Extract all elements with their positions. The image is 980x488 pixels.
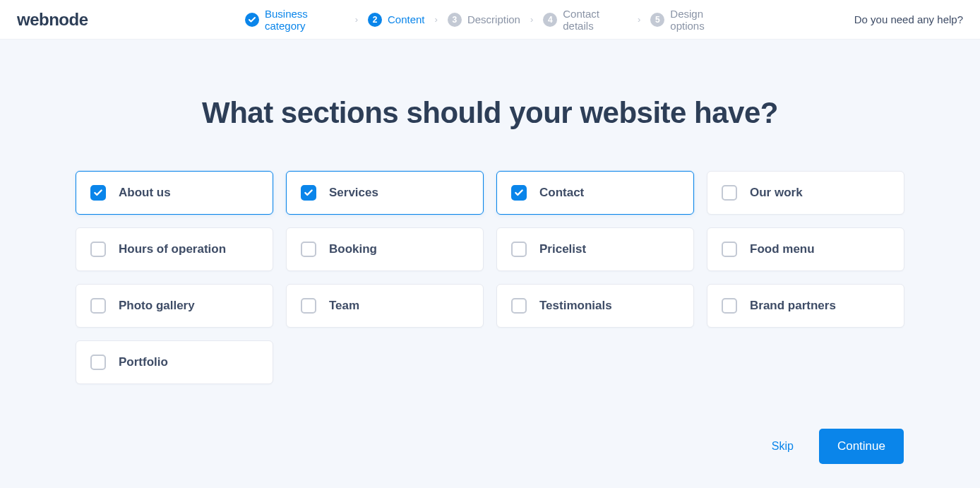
checkbox[interactable] (511, 298, 527, 314)
step-label: Business category (265, 8, 345, 32)
section-card-portfolio[interactable]: Portfolio (76, 340, 273, 384)
step-label: Description (467, 13, 520, 25)
section-card-food-menu[interactable]: Food menu (707, 227, 904, 271)
checkbox[interactable] (511, 185, 527, 201)
section-card-label: Portfolio (119, 355, 168, 369)
logo: webnode (17, 10, 88, 30)
checkbox[interactable] (301, 185, 316, 201)
section-card-team[interactable]: Team (286, 284, 484, 328)
wizard-step-2[interactable]: 2Content (368, 13, 425, 27)
wizard-step-3[interactable]: 3Description (448, 13, 520, 27)
section-card-label: Services (329, 186, 378, 200)
wizard-step-5[interactable]: 5Design options (650, 8, 735, 32)
checkbox[interactable] (90, 298, 106, 314)
section-card-label: About us (119, 186, 171, 200)
check-icon (245, 13, 259, 27)
wizard-step-1[interactable]: Business category (245, 8, 345, 32)
section-card-label: Pricelist (539, 242, 586, 256)
chevron-right-icon: › (638, 14, 640, 25)
check-icon (93, 188, 103, 198)
step-label: Contact details (563, 8, 628, 32)
section-card-label: Contact (539, 186, 584, 200)
section-card-label: Brand partners (750, 299, 836, 313)
chevron-right-icon: › (435, 14, 438, 25)
step-label: Design options (670, 8, 735, 32)
chevron-right-icon: › (355, 14, 358, 25)
checkbox[interactable] (722, 185, 737, 201)
section-card-brand-partners[interactable]: Brand partners (707, 284, 904, 328)
check-icon (514, 188, 524, 198)
section-card-label: Team (329, 299, 359, 313)
wizard-step-4[interactable]: 4Contact details (543, 8, 628, 32)
checkbox[interactable] (722, 242, 737, 257)
section-card-hours-of-operation[interactable]: Hours of operation (76, 227, 273, 271)
checkbox[interactable] (511, 242, 527, 257)
section-card-services[interactable]: Services (286, 171, 484, 215)
section-card-label: Our work (750, 186, 803, 200)
step-number-badge: 5 (650, 13, 664, 27)
wizard-steps: Business category›2Content›3Description›… (245, 8, 735, 32)
checkbox[interactable] (90, 242, 106, 257)
help-link[interactable]: Do you need any help? (854, 13, 963, 25)
section-card-photo-gallery[interactable]: Photo gallery (76, 284, 273, 328)
section-card-our-work[interactable]: Our work (707, 171, 904, 215)
continue-button[interactable]: Continue (819, 429, 904, 464)
chevron-right-icon: › (530, 14, 533, 25)
main-content: What sections should your website have? … (0, 40, 980, 384)
sections-grid: About usServicesContactOur workHours of … (76, 171, 904, 384)
checkbox[interactable] (301, 242, 316, 257)
skip-link[interactable]: Skip (772, 440, 794, 453)
section-card-label: Photo gallery (119, 299, 195, 313)
section-card-label: Food menu (750, 242, 815, 256)
check-icon (304, 188, 313, 198)
section-card-label: Hours of operation (119, 242, 226, 256)
checkbox[interactable] (301, 298, 316, 314)
section-card-label: Testimonials (539, 299, 612, 313)
step-number-badge: 3 (448, 13, 462, 27)
step-label: Content (388, 13, 425, 25)
section-card-contact[interactable]: Contact (496, 171, 694, 215)
section-card-about-us[interactable]: About us (76, 171, 273, 215)
page-title: What sections should your website have? (202, 96, 778, 130)
checkbox[interactable] (90, 185, 106, 201)
app-header: webnode Business category›2Content›3Desc… (0, 0, 980, 40)
step-number-badge: 4 (543, 13, 557, 27)
section-card-booking[interactable]: Booking (286, 227, 484, 271)
step-number-badge: 2 (368, 13, 382, 27)
checkbox[interactable] (90, 355, 106, 370)
section-card-label: Booking (329, 242, 377, 256)
footer-actions: Skip Continue (772, 429, 904, 464)
checkbox[interactable] (722, 298, 737, 314)
section-card-testimonials[interactable]: Testimonials (496, 284, 694, 328)
section-card-pricelist[interactable]: Pricelist (496, 227, 694, 271)
